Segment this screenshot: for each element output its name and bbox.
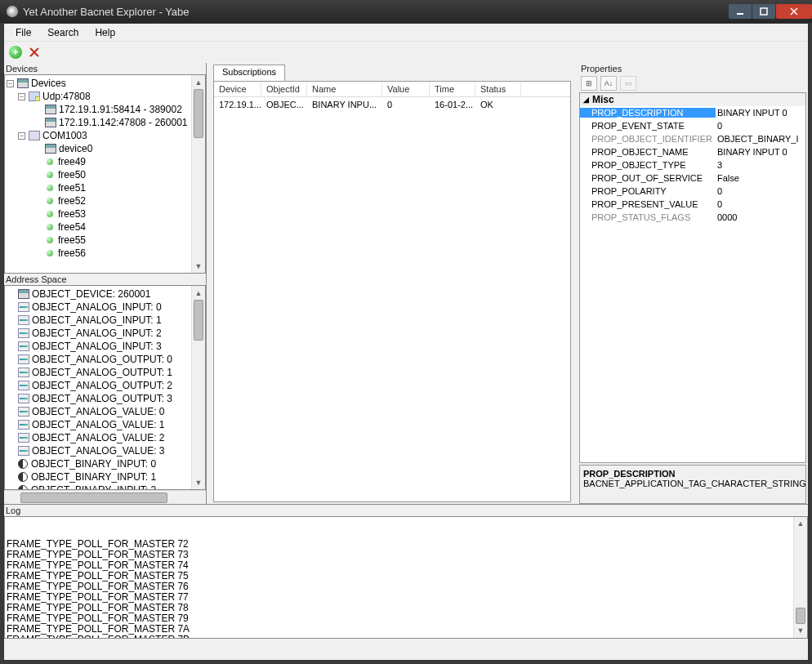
object-node[interactable]: OBJECT_ANALOG_OUTPUT: 0	[32, 354, 172, 365]
address-node[interactable]: OBJECT_BINARY_INPUT: 1	[7, 470, 191, 484]
object-node[interactable]: OBJECT_BINARY_INPUT: 0	[31, 458, 156, 470]
object-node[interactable]: OBJECT_ANALOG_INPUT: 2	[32, 328, 162, 339]
property-value[interactable]: OBJECT_BINARY_I	[716, 134, 805, 144]
properties-grid[interactable]: ◢Misc PROP_DESCRIPTIONBINARY INPUT 0PROP…	[579, 92, 806, 463]
address-node[interactable]: OBJECT_ANALOG_INPUT: 1	[7, 314, 191, 327]
property-row[interactable]: PROP_DESCRIPTIONBINARY INPUT 0	[580, 106, 805, 119]
titlebar[interactable]: Yet Another Bacnet Explorer - Yabe	[0, 0, 812, 23]
property-value[interactable]: BINARY INPUT 0	[716, 108, 805, 118]
scroll-down-icon[interactable]: ▼	[794, 624, 807, 638]
scrollbar[interactable]: ▲ ▼	[191, 286, 205, 489]
scrollbar-h[interactable]	[4, 490, 206, 504]
property-value[interactable]: BINARY INPUT 0	[716, 147, 805, 157]
minimize-button[interactable]	[729, 4, 752, 19]
expander-icon[interactable]: −	[7, 80, 14, 87]
subscriptions-grid[interactable]: Device ObjectId Name Value Time Status 1…	[213, 81, 571, 502]
scroll-thumb[interactable]	[796, 608, 805, 624]
scrollbar[interactable]: ▲ ▼	[793, 517, 807, 638]
device-node[interactable]: free56	[7, 247, 191, 260]
col-time[interactable]: Time	[430, 82, 475, 96]
property-row[interactable]: PROP_PRESENT_VALUE0	[580, 198, 805, 211]
tree-node[interactable]: 172.19.1.142:47808 - 260001	[59, 117, 187, 128]
address-node[interactable]: OBJECT_ANALOG_VALUE: 3	[7, 444, 191, 457]
tree-node[interactable]: free54	[58, 221, 86, 233]
device-node[interactable]: free53	[7, 207, 191, 221]
device-node[interactable]: free49	[7, 155, 191, 168]
property-row[interactable]: PROP_POLARITY0	[580, 185, 805, 198]
tree-node[interactable]: free52	[58, 195, 86, 207]
col-device[interactable]: Device	[214, 82, 261, 96]
scroll-up-icon[interactable]: ▲	[794, 517, 807, 531]
property-row[interactable]: PROP_EVENT_STATE0	[580, 119, 805, 132]
object-node[interactable]: OBJECT_ANALOG_INPUT: 0	[32, 301, 162, 313]
object-node[interactable]: OBJECT_ANALOG_OUTPUT: 1	[32, 367, 172, 378]
add-button[interactable]: +	[9, 46, 22, 59]
device-node[interactable]: device0	[7, 142, 191, 155]
address-node[interactable]: OBJECT_BINARY_INPUT: 2	[7, 484, 191, 490]
device-node[interactable]: 172.19.1.91:58414 - 389002	[7, 103, 191, 116]
subscription-row[interactable]: 172.19.1... OBJEC... BINARY INPU... 0 16…	[214, 97, 570, 112]
property-row[interactable]: PROP_OBJECT_NAMEBINARY INPUT 0	[580, 145, 805, 158]
expander-icon[interactable]: −	[18, 93, 25, 100]
scroll-thumb[interactable]	[194, 300, 203, 341]
scroll-thumb[interactable]	[194, 89, 203, 138]
log-textarea[interactable]: FRAME_TYPE_POLL_FOR_MASTER 72 FRAME_TYPE…	[4, 516, 808, 639]
object-node[interactable]: OBJECT_ANALOG_INPUT: 3	[32, 341, 162, 352]
object-node[interactable]: OBJECT_ANALOG_VALUE: 1	[32, 419, 165, 430]
menu-help[interactable]: Help	[87, 25, 123, 41]
pages-button[interactable]: ▭	[620, 76, 636, 91]
scroll-thumb[interactable]	[20, 492, 167, 503]
maximize-button[interactable]	[752, 4, 775, 19]
address-node[interactable]: OBJECT_ANALOG_OUTPUT: 2	[7, 379, 191, 392]
col-objectid[interactable]: ObjectId	[261, 82, 307, 96]
sort-button[interactable]: A↓	[600, 76, 617, 91]
property-value[interactable]: 0	[716, 186, 805, 196]
col-status[interactable]: Status	[475, 82, 521, 96]
address-node[interactable]: OBJECT_ANALOG_VALUE: 1	[7, 418, 191, 431]
scroll-up-icon[interactable]: ▲	[192, 286, 205, 300]
collapse-icon[interactable]: ◢	[583, 96, 589, 104]
object-node[interactable]: OBJECT_DEVICE: 260001	[32, 288, 150, 300]
device-node[interactable]: free55	[7, 234, 191, 247]
property-category[interactable]: ◢Misc	[580, 93, 805, 106]
property-row[interactable]: PROP_OUT_OF_SERVICEFalse	[580, 172, 805, 185]
device-node[interactable]: free50	[7, 168, 191, 181]
address-node[interactable]: OBJECT_ANALOG_INPUT: 2	[7, 327, 191, 340]
property-value[interactable]: 0	[716, 121, 805, 131]
close-button[interactable]	[776, 4, 812, 19]
device-node[interactable]: free52	[7, 194, 191, 207]
tree-node[interactable]: free53	[58, 208, 86, 220]
property-row[interactable]: PROP_OBJECT_IDENTIFIEROBJECT_BINARY_I	[580, 132, 805, 145]
tree-node[interactable]: free49	[58, 156, 86, 167]
tree-node[interactable]: free56	[58, 247, 86, 259]
object-node[interactable]: OBJECT_ANALOG_OUTPUT: 2	[32, 380, 172, 391]
tree-node[interactable]: free55	[58, 234, 86, 246]
delete-button[interactable]	[29, 47, 40, 58]
tree-node[interactable]: free51	[58, 182, 86, 194]
tab-subscriptions[interactable]: Subscriptions	[213, 65, 285, 81]
device-node[interactable]: free51	[7, 181, 191, 194]
property-value[interactable]: False	[716, 173, 805, 183]
address-node[interactable]: OBJECT_ANALOG_INPUT: 0	[7, 301, 191, 314]
col-name[interactable]: Name	[307, 82, 382, 96]
object-node[interactable]: OBJECT_ANALOG_VALUE: 2	[32, 432, 165, 443]
tree-node[interactable]: 172.19.1.91:58414 - 389002	[59, 104, 182, 115]
property-value[interactable]: 0	[716, 199, 805, 209]
object-node[interactable]: OBJECT_BINARY_INPUT: 1	[31, 471, 156, 483]
address-node[interactable]: OBJECT_ANALOG_VALUE: 2	[7, 431, 191, 444]
object-node[interactable]: OBJECT_ANALOG_INPUT: 1	[32, 314, 162, 326]
address-node[interactable]: OBJECT_ANALOG_OUTPUT: 1	[7, 366, 191, 379]
address-node[interactable]: OBJECT_ANALOG_INPUT: 3	[7, 340, 191, 353]
expander-icon[interactable]: −	[18, 132, 25, 140]
tree-node[interactable]: Devices	[31, 78, 66, 89]
menu-file[interactable]: File	[7, 25, 39, 41]
object-node[interactable]: OBJECT_BINARY_INPUT: 2	[31, 484, 156, 490]
address-node[interactable]: OBJECT_ANALOG_VALUE: 0	[7, 405, 191, 418]
col-value[interactable]: Value	[382, 82, 430, 96]
scrollbar[interactable]: ▲ ▼	[191, 75, 205, 273]
tree-node[interactable]: COM1003	[42, 130, 87, 141]
property-row[interactable]: PROP_STATUS_FLAGS0000	[580, 211, 805, 224]
tree-node[interactable]: Udp:47808	[42, 91, 91, 102]
address-node[interactable]: OBJECT_BINARY_INPUT: 0	[7, 457, 191, 470]
address-node[interactable]: OBJECT_DEVICE: 260001	[7, 287, 191, 301]
